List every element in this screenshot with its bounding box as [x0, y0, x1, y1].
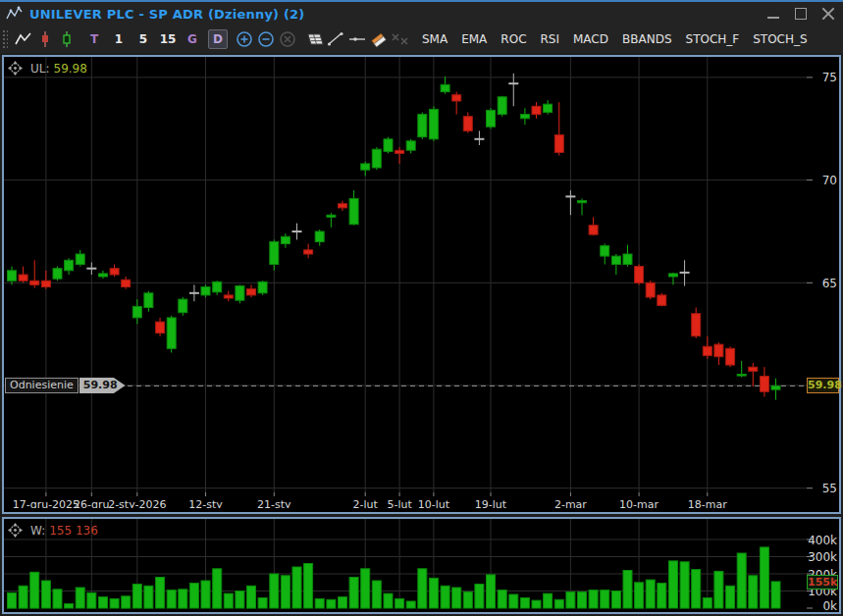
candle-body — [349, 199, 358, 225]
application-window: UNILEVER PLC - SP ADR (Dzienny) (2) — [0, 0, 843, 616]
interval-button-d[interactable]: D — [208, 29, 228, 49]
interval-button-5[interactable]: 5 — [134, 30, 152, 48]
price-chart-canvas[interactable]: 7570655517-gru-202526-gru2-sty-202612-st… — [4, 57, 839, 508]
volume-bar — [236, 591, 244, 609]
indicator-button-sma[interactable]: SMA — [422, 32, 448, 46]
interval-button-15[interactable]: 15 — [159, 30, 177, 48]
candlestick-style-button[interactable] — [57, 28, 77, 50]
interval-button-t[interactable]: T — [85, 30, 103, 48]
volume-bar — [65, 604, 74, 608]
volume-bar — [554, 599, 563, 608]
candle-body — [327, 215, 336, 217]
svg-text:400k: 400k — [808, 534, 837, 547]
svg-text:18-mar: 18-mar — [688, 498, 727, 508]
interval-button-g[interactable]: G — [184, 30, 201, 48]
candle-body — [122, 280, 131, 286]
svg-text:5-lut: 5-lut — [387, 498, 412, 508]
candle-body — [339, 204, 347, 208]
line-chart-style-button[interactable] — [14, 28, 33, 50]
horizontal-line-tool-button[interactable] — [347, 28, 367, 50]
zoom-reset-button[interactable] — [278, 28, 297, 50]
red-candle-icon — [39, 31, 51, 47]
svg-text:26-gru: 26-gru — [74, 498, 109, 508]
candlestick-series — [8, 74, 781, 400]
indicator-button-macd[interactable]: MACD — [573, 32, 608, 46]
window-title: UNILEVER PLC - SP ADR (Dzienny) (2) — [29, 7, 304, 22]
title-bar[interactable]: UNILEVER PLC - SP ADR (Dzienny) (2) — [0, 2, 843, 26]
price-series-label: UL: — [30, 62, 50, 76]
svg-text:21-sty: 21-sty — [257, 498, 291, 508]
candle-body — [635, 267, 644, 283]
candle-body — [760, 377, 768, 392]
candle-body — [99, 274, 108, 277]
close-button[interactable] — [821, 7, 835, 21]
clear-drawings-button[interactable] — [391, 28, 410, 50]
line-chart-icon — [15, 32, 32, 46]
candle-body — [224, 295, 233, 298]
price-pane[interactable]: 7570655517-gru-202526-gru2-sty-202612-st… — [2, 55, 841, 514]
bar-chart-style-button[interactable] — [35, 28, 55, 50]
indicator-button-stoch_s[interactable]: STOCH_S — [753, 32, 807, 46]
volume-bar — [8, 592, 17, 608]
maximize-button[interactable] — [794, 7, 808, 21]
volume-bar — [498, 590, 506, 608]
indicator-button-rsi[interactable]: RSI — [541, 32, 560, 46]
svg-text:2-lut: 2-lut — [353, 498, 379, 508]
indicator-button-ema[interactable]: EMA — [461, 32, 487, 46]
volume-bar — [19, 586, 27, 608]
volume-bar — [589, 590, 598, 608]
volume-bar — [635, 583, 644, 608]
svg-text:12-sty: 12-sty — [188, 498, 223, 508]
minimize-button[interactable] — [766, 7, 780, 21]
candle-body — [726, 348, 735, 365]
indicator-button-roc[interactable]: ROC — [501, 32, 526, 46]
volume-pane[interactable]: 400k300k200k100k0k W: 155 136 155k — [2, 517, 841, 614]
zoom-out-button[interactable] — [256, 28, 276, 50]
candle-body — [520, 115, 529, 119]
candle-body — [41, 281, 50, 286]
volume-chart-canvas[interactable]: 400k300k200k100k0k — [4, 519, 839, 612]
volume-bar — [110, 598, 119, 608]
zoom-in-icon — [236, 30, 253, 48]
volume-bar — [349, 578, 358, 609]
pan-handle-icon[interactable] — [7, 60, 24, 77]
zoom-in-button[interactable] — [235, 28, 254, 50]
candle-body — [692, 314, 701, 336]
candle-body — [611, 256, 620, 264]
candle-body — [361, 164, 370, 170]
candle-body — [714, 344, 723, 357]
volume-bar — [201, 581, 210, 608]
candle-body — [236, 286, 244, 301]
svg-text:19-lut: 19-lut — [475, 498, 507, 508]
candle-body — [304, 250, 313, 254]
interval-button-1[interactable]: 1 — [110, 30, 128, 48]
volume-bar — [76, 588, 84, 608]
candle-body — [8, 271, 17, 282]
volume-bar — [361, 569, 370, 608]
horizontal-line-tool-icon — [348, 31, 366, 47]
volume-bar — [749, 576, 758, 608]
candle-body — [658, 295, 666, 306]
trendline-tool-button[interactable] — [326, 28, 345, 50]
volume-bar — [726, 586, 735, 608]
quote-board-button[interactable] — [304, 28, 324, 50]
svg-text:300k: 300k — [808, 550, 837, 564]
svg-text:55: 55 — [822, 482, 837, 495]
candle-body — [623, 254, 632, 265]
candle-body — [452, 95, 461, 101]
reference-line-label[interactable]: Odniesienie 59.98 — [5, 378, 126, 393]
candle-body — [703, 346, 711, 355]
volume-bar — [532, 600, 541, 608]
indicator-button-group: SMAEMAROCRSIMACDBBANDSSTOCH_FSTOCH_S — [415, 32, 815, 46]
eraser-tool-button[interactable] — [369, 28, 389, 50]
toolbar-grip-handle[interactable] — [1, 28, 8, 50]
candle-body — [487, 110, 496, 127]
clear-drawings-icon — [391, 31, 410, 47]
volume-bar — [429, 578, 438, 608]
reference-name: Odniesienie — [5, 378, 79, 393]
indicator-button-bbands[interactable]: BBANDS — [622, 32, 672, 46]
volume-bar — [99, 597, 108, 608]
indicator-button-stoch_f[interactable]: STOCH_F — [686, 32, 740, 46]
pan-handle-icon[interactable] — [7, 522, 24, 539]
volume-bar — [771, 582, 780, 608]
